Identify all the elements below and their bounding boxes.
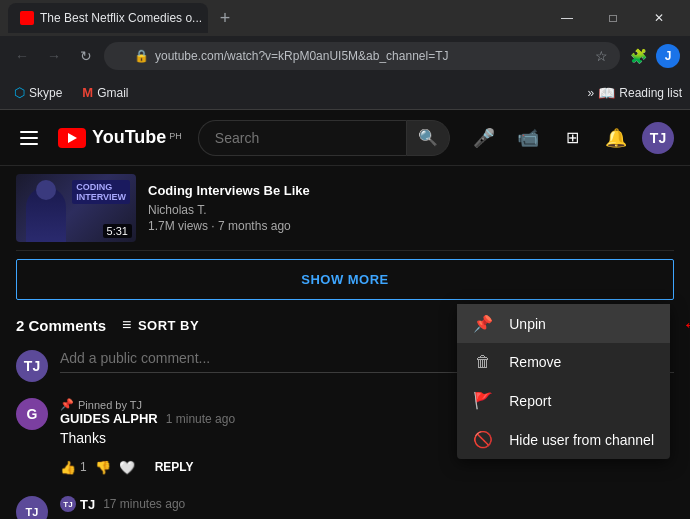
active-tab[interactable]: The Best Netflix Comedies o... ✕ (8, 3, 208, 33)
user-avatar[interactable]: TJ (642, 122, 674, 154)
youtube-page: YouTube PH 🔍 🎤 📹 ⊞ 🔔 TJ CODINGINTERV (0, 110, 690, 519)
sort-button[interactable]: ≡ SORT BY (122, 316, 199, 334)
reader-icon: 📖 (598, 85, 615, 101)
skype-bookmark[interactable]: ⬡ Skype (8, 81, 68, 104)
youtube-logo-text: YouTube (92, 127, 166, 148)
tj-mini-avatar: TJ (60, 496, 76, 512)
video-channel: Nicholas T. (148, 203, 674, 217)
pin-icon: 📌 (60, 398, 74, 411)
show-more-button[interactable]: SHOW MORE (16, 259, 674, 300)
comment-author-guides: GUIDES ALPHR (60, 411, 158, 426)
unpin-label: Unpin (509, 316, 546, 332)
thumbs-down-icon: 👎 (95, 460, 111, 475)
heart-icon: 🤍 (119, 460, 135, 475)
dislike-button-guides[interactable]: 👎 (95, 460, 111, 475)
video-label: CODINGINTERVIEW (72, 180, 130, 204)
sort-icon: ≡ (122, 316, 132, 334)
refresh-button[interactable]: ↻ (72, 42, 100, 70)
sort-label: SORT BY (138, 318, 199, 333)
forward-button[interactable]: → (40, 42, 68, 70)
extensions-label: » (588, 86, 595, 100)
back-button[interactable]: ← (8, 42, 36, 70)
address-bar-row: ← → ↻ 🔒 youtube.com/watch?v=kRpM0anUI5M&… (0, 36, 690, 76)
guides-avatar: G (16, 398, 48, 430)
hide-label: Hide user from channel (509, 432, 654, 448)
context-hide-item[interactable]: 🚫 Hide user from channel (457, 420, 670, 459)
comment-body-tj: TJ TJ 17 minutes ago Test 👍 👎 🤍 (60, 496, 674, 519)
skype-icon: ⬡ (14, 85, 25, 100)
report-icon: 🚩 (473, 391, 493, 410)
lock-icon: 🔒 (134, 49, 149, 63)
youtube-region-label: PH (169, 131, 182, 141)
minimize-button[interactable]: — (544, 0, 590, 36)
hamburger-menu-button[interactable] (16, 127, 42, 149)
context-unpin-item[interactable]: 📌 Unpin ← (457, 304, 670, 343)
remove-icon: 🗑 (473, 353, 493, 371)
gmail-label: Gmail (97, 86, 128, 100)
video-title: Coding Interviews Be Like (148, 183, 674, 200)
remove-label: Remove (509, 354, 561, 370)
comment-time-guides: 1 minute ago (166, 412, 235, 426)
bookmarks-bar: ⬡ Skype M Gmail » 📖 Reading list (0, 76, 690, 110)
search-bar: 🔍 (198, 120, 450, 156)
skype-label: Skype (29, 86, 62, 100)
reply-button-guides[interactable]: REPLY (143, 454, 206, 480)
tab-favicon (20, 11, 34, 25)
window-controls: — □ ✕ (544, 0, 682, 36)
youtube-logo[interactable]: YouTube PH (58, 127, 182, 148)
tab-title: The Best Netflix Comedies o... (40, 11, 202, 25)
context-remove-item[interactable]: 🗑 Remove (457, 343, 670, 381)
video-thumbnail[interactable]: CODINGINTERVIEW 5:31 (16, 174, 136, 242)
reading-list-label: Reading list (619, 86, 682, 100)
comment-item-tj: TJ TJ TJ 17 minutes ago Test 👍 👎 (16, 496, 674, 519)
profile-icon[interactable]: J (654, 42, 682, 70)
browser-action-icons: 🧩 J (624, 42, 682, 70)
unpin-icon: 📌 (473, 314, 493, 333)
new-tab-button[interactable]: + (212, 5, 238, 31)
maximize-button[interactable]: □ (590, 0, 636, 36)
heart-button-guides[interactable]: 🤍 (119, 460, 135, 475)
reading-list-button[interactable]: » 📖 Reading list (588, 85, 682, 101)
star-icon[interactable]: ☆ (595, 48, 608, 64)
comment-header-tj: TJ TJ 17 minutes ago (60, 496, 674, 512)
like-button-guides[interactable]: 👍 1 (60, 460, 87, 475)
browser-chrome: The Best Netflix Comedies o... ✕ + — □ ✕… (0, 0, 690, 110)
video-meta: 1.7M views · 7 months ago (148, 219, 674, 233)
hide-icon: 🚫 (473, 430, 493, 449)
notifications-button[interactable]: 🔔 (598, 120, 634, 156)
tj-avatar: TJ (16, 496, 48, 519)
address-bar[interactable]: 🔒 youtube.com/watch?v=kRpM0anUI5M&ab_cha… (104, 42, 620, 70)
current-user-avatar: TJ (16, 350, 48, 382)
address-text: youtube.com/watch?v=kRpM0anUI5M&ab_chann… (155, 49, 449, 63)
context-menu: 📌 Unpin ← 🗑 Remove 🚩 Report 🚫 Hide user … (457, 304, 670, 459)
comment-time-tj: 17 minutes ago (103, 497, 185, 511)
profile-avatar[interactable]: J (656, 44, 680, 68)
apps-button[interactable]: ⊞ (554, 120, 590, 156)
red-arrow-indicator: ← (682, 312, 690, 335)
video-item: CODINGINTERVIEW 5:31 Coding Interviews B… (16, 166, 674, 251)
create-button[interactable]: 📹 (510, 120, 546, 156)
video-info: Coding Interviews Be Like Nicholas T. 1.… (148, 183, 674, 234)
gmail-bookmark[interactable]: M Gmail (76, 81, 134, 104)
context-report-item[interactable]: 🚩 Report (457, 381, 670, 420)
youtube-header: YouTube PH 🔍 🎤 📹 ⊞ 🔔 TJ (0, 110, 690, 166)
close-button[interactable]: ✕ (636, 0, 682, 36)
like-count-guides: 1 (80, 460, 87, 474)
header-icons: 🎤 📹 ⊞ 🔔 TJ (466, 120, 674, 156)
pinned-by-text: Pinned by TJ (78, 399, 142, 411)
search-button[interactable]: 🔍 (406, 120, 450, 156)
youtube-logo-icon (58, 128, 86, 148)
search-input[interactable] (198, 120, 406, 156)
gmail-icon: M (82, 85, 93, 100)
video-duration: 5:31 (103, 224, 132, 238)
comment-author-tj: TJ (80, 497, 95, 512)
comments-count: 2 Comments (16, 317, 106, 334)
report-label: Report (509, 393, 551, 409)
mic-button[interactable]: 🎤 (466, 120, 502, 156)
tab-bar: The Best Netflix Comedies o... ✕ + — □ ✕ (0, 0, 690, 36)
youtube-content: CODINGINTERVIEW 5:31 Coding Interviews B… (0, 166, 690, 300)
thumbs-up-icon: 👍 (60, 460, 76, 475)
extensions-icon[interactable]: 🧩 (624, 42, 652, 70)
